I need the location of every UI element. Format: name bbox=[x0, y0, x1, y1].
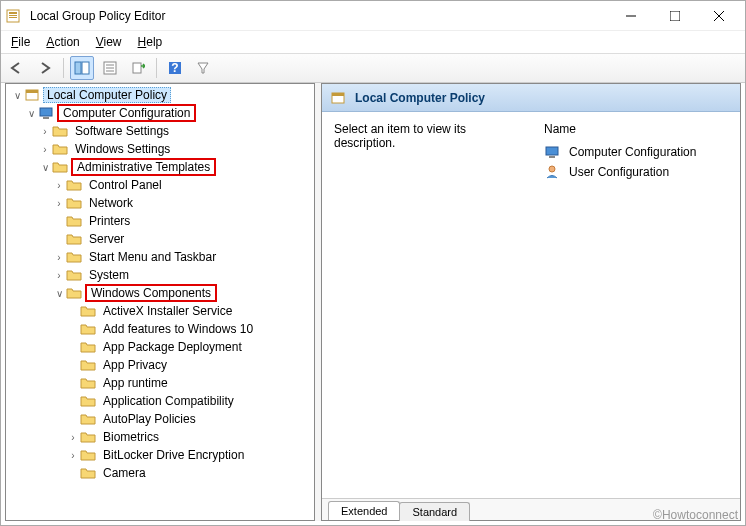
svg-rect-2 bbox=[9, 15, 17, 16]
tree-item[interactable]: Server bbox=[6, 230, 314, 248]
expander-icon[interactable]: ∨ bbox=[52, 288, 66, 299]
tree-item[interactable]: ›Biometrics bbox=[6, 428, 314, 446]
folder-icon bbox=[66, 267, 82, 283]
tree-label: App runtime bbox=[99, 375, 172, 391]
expander-icon[interactable]: › bbox=[52, 252, 66, 263]
folder-icon bbox=[66, 285, 82, 301]
folder-icon bbox=[52, 123, 68, 139]
forward-button[interactable] bbox=[33, 56, 57, 80]
svg-rect-5 bbox=[670, 11, 680, 21]
tab-extended[interactable]: Extended bbox=[328, 501, 400, 520]
expander-icon[interactable]: ∨ bbox=[38, 162, 52, 173]
expander-icon[interactable]: › bbox=[52, 198, 66, 209]
tree-windows-components[interactable]: ∨Windows Components bbox=[6, 284, 314, 302]
tree-label: Add features to Windows 10 bbox=[99, 321, 257, 337]
policy-icon bbox=[24, 87, 40, 103]
tree-item[interactable]: ›Windows Settings bbox=[6, 140, 314, 158]
tree-label: Start Menu and Taskbar bbox=[85, 249, 220, 265]
folder-icon bbox=[66, 249, 82, 265]
expander-icon[interactable]: ∨ bbox=[10, 90, 24, 101]
tree-label: AutoPlay Policies bbox=[99, 411, 200, 427]
maximize-button[interactable] bbox=[653, 2, 697, 30]
svg-rect-3 bbox=[9, 17, 17, 18]
tree-item[interactable]: Printers bbox=[6, 212, 314, 230]
expander-icon[interactable]: › bbox=[66, 450, 80, 461]
tree-item[interactable]: Camera bbox=[6, 464, 314, 482]
toolbar-divider bbox=[63, 58, 64, 78]
menu-file[interactable]: File bbox=[5, 33, 36, 51]
list-item[interactable]: User Configuration bbox=[544, 162, 728, 182]
app-window: Local Group Policy Editor File Action Vi… bbox=[0, 0, 746, 526]
export-button[interactable] bbox=[126, 56, 150, 80]
folder-icon bbox=[66, 231, 82, 247]
help-button[interactable]: ? bbox=[163, 56, 187, 80]
filter-button[interactable] bbox=[191, 56, 215, 80]
show-tree-button[interactable] bbox=[70, 56, 94, 80]
back-button[interactable] bbox=[5, 56, 29, 80]
expander-icon[interactable]: ∨ bbox=[24, 108, 38, 119]
tree-item[interactable]: App runtime bbox=[6, 374, 314, 392]
menu-action[interactable]: Action bbox=[40, 33, 85, 51]
tree-item[interactable]: ›Start Menu and Taskbar bbox=[6, 248, 314, 266]
tree-item[interactable]: ›BitLocker Drive Encryption bbox=[6, 446, 314, 464]
content-area: ∨Local Computer Policy ∨Computer Configu… bbox=[1, 83, 745, 525]
tree-item[interactable]: App Package Deployment bbox=[6, 338, 314, 356]
folder-icon bbox=[52, 159, 68, 175]
tree-item[interactable]: ›Software Settings bbox=[6, 122, 314, 140]
folder-icon bbox=[80, 339, 96, 355]
svg-rect-23 bbox=[546, 147, 558, 155]
tree-label: Control Panel bbox=[85, 177, 166, 193]
tree-item[interactable]: ›System bbox=[6, 266, 314, 284]
folder-icon bbox=[66, 177, 82, 193]
tree-item[interactable]: ActiveX Installer Service bbox=[6, 302, 314, 320]
close-button[interactable] bbox=[697, 2, 741, 30]
user-icon bbox=[544, 164, 560, 180]
tree-label: Network bbox=[85, 195, 137, 211]
expander-icon[interactable]: › bbox=[38, 144, 52, 155]
tab-standard[interactable]: Standard bbox=[399, 502, 470, 521]
menubar: File Action View Help bbox=[1, 31, 745, 53]
window-title: Local Group Policy Editor bbox=[30, 9, 609, 23]
tree-item[interactable]: ›Network bbox=[6, 194, 314, 212]
tree-label: Computer Configuration bbox=[57, 104, 196, 122]
folder-icon bbox=[80, 303, 96, 319]
item-label: User Configuration bbox=[569, 165, 669, 179]
tree-label: Windows Settings bbox=[71, 141, 174, 157]
expander-icon[interactable]: › bbox=[38, 126, 52, 137]
tree-item[interactable]: Application Compatibility bbox=[6, 392, 314, 410]
minimize-button[interactable] bbox=[609, 2, 653, 30]
tree-admin-templates[interactable]: ∨Administrative Templates bbox=[6, 158, 314, 176]
svg-rect-9 bbox=[82, 62, 89, 74]
folder-icon bbox=[80, 447, 96, 463]
folder-icon bbox=[80, 465, 96, 481]
svg-rect-14 bbox=[133, 63, 141, 73]
folder-icon bbox=[66, 195, 82, 211]
details-pane: Local Computer Policy Select an item to … bbox=[321, 83, 741, 521]
folder-icon bbox=[80, 357, 96, 373]
tree-item[interactable]: Add features to Windows 10 bbox=[6, 320, 314, 338]
expander-icon[interactable]: › bbox=[52, 270, 66, 281]
tree-computer-config[interactable]: ∨Computer Configuration bbox=[6, 104, 314, 122]
tree-label: Windows Components bbox=[85, 284, 217, 302]
expander-icon[interactable]: › bbox=[66, 432, 80, 443]
policy-tree: ∨Local Computer Policy ∨Computer Configu… bbox=[6, 84, 314, 488]
tree-label: BitLocker Drive Encryption bbox=[99, 447, 248, 463]
expander-icon[interactable]: › bbox=[52, 180, 66, 191]
column-header-name[interactable]: Name bbox=[544, 122, 728, 142]
tree-item[interactable]: App Privacy bbox=[6, 356, 314, 374]
tree-label: Administrative Templates bbox=[71, 158, 216, 176]
details-list: Name Computer Configuration User Configu… bbox=[544, 122, 728, 488]
properties-button[interactable] bbox=[98, 56, 122, 80]
tree-label: ActiveX Installer Service bbox=[99, 303, 236, 319]
svg-rect-20 bbox=[43, 117, 49, 119]
tree-pane[interactable]: ∨Local Computer Policy ∨Computer Configu… bbox=[5, 83, 315, 521]
tree-item[interactable]: ›Control Panel bbox=[6, 176, 314, 194]
menu-help[interactable]: Help bbox=[132, 33, 169, 51]
list-item[interactable]: Computer Configuration bbox=[544, 142, 728, 162]
tree-root[interactable]: ∨Local Computer Policy bbox=[6, 86, 314, 104]
menu-view[interactable]: View bbox=[90, 33, 128, 51]
tree-label: Server bbox=[85, 231, 128, 247]
svg-rect-18 bbox=[26, 90, 38, 93]
folder-icon bbox=[80, 393, 96, 409]
tree-item[interactable]: AutoPlay Policies bbox=[6, 410, 314, 428]
